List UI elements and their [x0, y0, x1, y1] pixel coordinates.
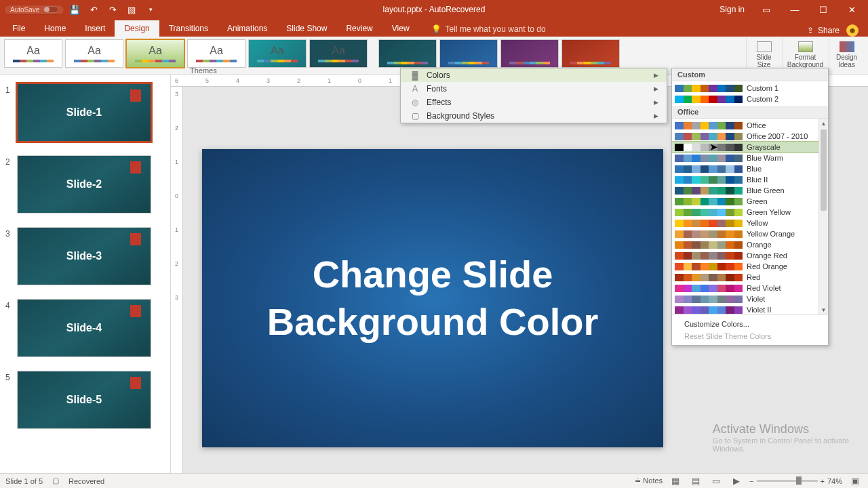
thumb-label: Slide-3 [66, 250, 102, 262]
main-slide[interactable]: Change Slide Background Color [202, 149, 663, 447]
color-scheme-row[interactable]: Blue Warm [672, 152, 818, 163]
zoom-in-icon[interactable]: + [821, 477, 825, 485]
format-background-button[interactable]: Format Background [783, 38, 827, 72]
color-scheme-row[interactable]: Blue II [672, 174, 818, 185]
save-icon[interactable]: 💾 [66, 1, 83, 18]
theme-thumb-5[interactable]: Aa [248, 39, 307, 68]
slide-thumbnail[interactable]: Slide-5 [18, 371, 151, 428]
zoom-control[interactable]: − + 74% [749, 477, 842, 485]
minimize-button[interactable]: — [781, 0, 808, 19]
notes-button[interactable]: ≐ Notes [635, 476, 663, 485]
variants-menu-item[interactable]: ▓Colors▶ [401, 68, 667, 82]
reading-view-icon[interactable]: ▭ [709, 475, 724, 487]
zoom-out-icon[interactable]: − [749, 477, 753, 485]
slide-thumbnail[interactable]: Slide-3 [18, 228, 151, 285]
variants-menu-item[interactable]: AFonts▶ [401, 82, 667, 96]
color-swatch [675, 252, 743, 260]
color-scheme-row[interactable]: Office [672, 120, 818, 131]
color-scheme-row[interactable]: Red Orange [672, 261, 818, 272]
design-ideas-button[interactable]: Design Ideas [829, 38, 864, 72]
thumb-row: 3Slide-3 [0, 225, 170, 297]
tab-home[interactable]: Home [35, 20, 75, 37]
color-scheme-row[interactable]: Violet II [672, 304, 818, 314]
scroll-thumb[interactable] [821, 129, 827, 211]
variants-gallery [378, 37, 620, 70]
theme-thumb-4[interactable]: Aa [187, 39, 245, 68]
color-scheme-row[interactable]: Yellow Orange [672, 228, 818, 239]
tell-me-search[interactable]: 💡 Tell me what you want to do [426, 22, 551, 37]
zoom-slider[interactable] [757, 480, 818, 482]
color-scheme-row[interactable]: Orange Red [672, 250, 818, 261]
color-scheme-name: Orange Red [747, 251, 787, 260]
color-scheme-row[interactable]: Blue Green [672, 185, 818, 196]
variant-thumb-4[interactable] [561, 39, 620, 68]
menu-icon: A [409, 84, 421, 94]
color-scheme-name: Custom 1 [747, 84, 778, 92]
color-scheme-row[interactable]: Red [672, 272, 818, 283]
slideshow-view-icon[interactable]: ▶ [729, 475, 744, 487]
color-scheme-row[interactable]: Custom 1 [672, 83, 828, 94]
variant-thumb-3[interactable] [500, 39, 559, 68]
theme-thumb-1[interactable]: Aa [4, 39, 62, 68]
ribbon-display-icon[interactable]: ▭ [753, 0, 780, 19]
slide-thumbnail[interactable]: Slide-4 [18, 300, 151, 357]
feedback-icon[interactable]: ☻ [846, 24, 859, 37]
fit-window-icon[interactable]: ▣ [848, 475, 863, 487]
zoom-knob[interactable] [796, 476, 802, 485]
color-scheme-row[interactable]: Yellow [672, 218, 818, 228]
thumb-marker-icon [130, 89, 141, 102]
qat-more-icon[interactable]: ▾ [142, 1, 159, 18]
tab-file[interactable]: File [3, 20, 35, 37]
color-scheme-row[interactable]: Orange [672, 239, 818, 250]
color-swatch [675, 96, 743, 103]
slide-size-button[interactable]: Slide Size [746, 38, 781, 72]
tab-transitions[interactable]: Transitions [159, 20, 218, 37]
tab-slideshow[interactable]: Slide Show [277, 20, 336, 37]
color-scheme-row[interactable]: Green Yellow [672, 207, 818, 218]
tab-design[interactable]: Design [115, 20, 159, 37]
redo-icon[interactable]: ↷ [104, 1, 121, 18]
theme-thumb-3[interactable]: Aa [126, 39, 184, 68]
theme-thumb-6[interactable]: Aa [309, 39, 368, 68]
color-scheme-row[interactable]: Green [672, 196, 818, 207]
slide-size-icon [757, 41, 772, 52]
color-swatch [675, 176, 743, 184]
spellcheck-icon[interactable]: ▢ [52, 476, 59, 485]
color-scheme-name: Office [747, 121, 766, 129]
variants-menu-item[interactable]: ◎Effects▶ [401, 96, 667, 109]
maximize-button[interactable]: ☐ [810, 0, 837, 19]
flyout-scrollbar[interactable]: ▲ ▼ [818, 119, 828, 314]
share-button[interactable]: ⇪ Share [807, 26, 840, 35]
flyout-footer: Customize Colors... Reset Slide Theme Co… [672, 314, 828, 345]
undo-icon[interactable]: ↶ [85, 1, 102, 18]
scroll-down-icon[interactable]: ▼ [819, 305, 828, 314]
color-scheme-row[interactable]: Red Violet [672, 283, 818, 293]
normal-view-icon[interactable]: ▦ [668, 475, 683, 487]
theme-thumb-2[interactable]: Aa [65, 39, 123, 68]
slide-thumbnail[interactable]: Slide-1 [18, 84, 151, 141]
tab-animations[interactable]: Animations [218, 20, 277, 37]
sorter-view-icon[interactable]: ▤ [688, 475, 703, 487]
color-scheme-row[interactable]: Violet [672, 293, 818, 304]
customize-colors[interactable]: Customize Colors... [672, 318, 828, 330]
color-scheme-row[interactable]: Grayscale [672, 142, 818, 152]
color-scheme-row[interactable]: Office 2007 - 2010 [672, 131, 818, 142]
close-button[interactable]: ✕ [838, 0, 865, 19]
watermark-sub: Go to System in Control Panel to activat… [713, 436, 849, 453]
variants-menu-item[interactable]: ▢Background Styles▶ [401, 109, 667, 123]
color-scheme-row[interactable]: Custom 2 [672, 94, 828, 104]
format-bg-icon [798, 41, 813, 52]
slide-thumbnail[interactable]: Slide-2 [18, 156, 151, 213]
autosave-toggle[interactable]: AutoSave [4, 5, 64, 15]
variant-thumb-1[interactable] [378, 39, 437, 68]
color-scheme-name: Office 2007 - 2010 [747, 132, 808, 140]
tab-view[interactable]: View [382, 20, 419, 37]
color-scheme-row[interactable]: Blue [672, 163, 818, 174]
color-scheme-name: Red Orange [747, 262, 787, 270]
variant-thumb-2[interactable] [439, 39, 498, 68]
tab-insert[interactable]: Insert [75, 20, 115, 37]
tab-review[interactable]: Review [336, 20, 382, 37]
scroll-up-icon[interactable]: ▲ [819, 119, 828, 128]
signin-button[interactable]: Sign in [713, 0, 751, 19]
start-slideshow-icon[interactable]: ▧ [123, 1, 140, 18]
